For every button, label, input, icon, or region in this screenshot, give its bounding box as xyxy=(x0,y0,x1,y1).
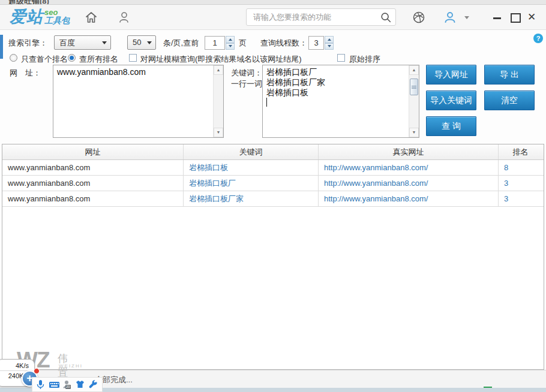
scroll-down-icon[interactable]: ▼ xyxy=(214,128,223,137)
threads-input[interactable]: 3 xyxy=(308,36,324,50)
dribbble-icon[interactable] xyxy=(412,10,426,26)
app-logo: 爱站 seo 工具包 xyxy=(10,8,70,26)
background-window-strip: 超级旺铺(8) xyxy=(0,0,546,5)
maximize-button[interactable] xyxy=(509,12,520,23)
engine-label: 搜索引擎： xyxy=(8,38,47,49)
import-urls-button[interactable]: 导入网址 xyxy=(426,65,476,85)
cell-real-url-link[interactable]: http://www.yanmianban8.com/ xyxy=(319,191,499,206)
skin-tshirt-icon[interactable] xyxy=(75,379,85,390)
cell-rank: 3 xyxy=(499,176,542,191)
logo-text: 爱站 xyxy=(10,8,43,26)
cell-rank: 3 xyxy=(499,191,542,206)
pagesize-value: 50 xyxy=(133,38,141,47)
contacts-icon[interactable] xyxy=(116,10,131,26)
checkbox-original-order[interactable] xyxy=(337,54,345,62)
header-rank: 排名 xyxy=(499,144,542,159)
background-window-title: 超级旺铺(8) xyxy=(8,0,49,5)
upload-speed: 4K/s xyxy=(0,362,29,371)
url-scrollbar[interactable]: ▲ ▼ xyxy=(213,65,223,137)
user-icon[interactable] xyxy=(443,10,457,26)
pages-up-icon[interactable] xyxy=(226,36,235,43)
cell-url: www.yanmianban8.com xyxy=(2,191,184,206)
keyboard-icon[interactable] xyxy=(49,379,59,390)
checkbox-original-order-label[interactable]: 原始排序 xyxy=(349,54,380,65)
ime-badge: 20 xyxy=(65,385,71,389)
cell-url: www.yanmianban8.com xyxy=(2,160,184,175)
keyword-label: 关键词： xyxy=(231,68,262,79)
search-input[interactable] xyxy=(252,10,375,25)
cell-real-url-link[interactable]: http://www.yanmianban8.com/ xyxy=(319,176,499,191)
header-real-url: 真实网址 xyxy=(319,144,499,159)
keywords-textarea[interactable]: 岩棉插口板厂 岩棉插口板厂家 岩棉插口板 xyxy=(262,65,419,138)
table-header-row: 网址 关键词 真实网址 排名 xyxy=(2,144,544,160)
background-accent xyxy=(0,35,3,59)
radio-all-ranks-label[interactable]: 查所有排名 xyxy=(79,54,118,65)
url-label: 网 址： xyxy=(10,68,41,79)
scrollbar-thumb[interactable] xyxy=(410,79,418,95)
scroll-down-icon[interactable]: ▼ xyxy=(409,128,419,137)
results-table: 网址 关键词 真实网址 排名 www.yanmianban8.com 岩棉插口板… xyxy=(2,144,544,370)
header-keyword: 关键词 xyxy=(184,144,319,159)
import-keywords-button[interactable]: 导入关键词 xyxy=(426,91,476,110)
cell-rank: 8 xyxy=(499,160,542,175)
close-button[interactable]: ✕ xyxy=(526,12,537,23)
cell-url: www.yanmianban8.com xyxy=(2,176,184,191)
watermark-sub: WEIZHI xyxy=(59,363,83,369)
pages-input[interactable]: 1 xyxy=(205,36,225,50)
scroll-up-icon[interactable]: ▲ xyxy=(214,65,223,75)
engine-select[interactable]: 百度 xyxy=(54,35,111,50)
threads-stepper: 3 xyxy=(308,36,334,50)
logo-sub-text: 工具包 xyxy=(44,16,70,25)
table-row: www.yanmianban8.com 岩棉插口板厂 http://www.ya… xyxy=(2,176,544,191)
url-textarea[interactable]: www.yanmianban8.com xyxy=(53,65,224,138)
threads-down-icon[interactable] xyxy=(325,43,334,50)
radio-all-ranks[interactable] xyxy=(68,54,76,62)
help-icon[interactable]: ? xyxy=(533,34,543,43)
table-row: www.yanmianban8.com 岩棉插口板 http://www.yan… xyxy=(2,160,544,176)
cell-keyword-link[interactable]: 岩棉插口板厂 xyxy=(184,176,319,191)
home-icon[interactable] xyxy=(84,10,98,26)
pages-stepper: 1 xyxy=(205,36,235,50)
microphone-icon[interactable] xyxy=(35,379,46,390)
ime-toolbar: 20 xyxy=(32,377,103,392)
table-row: www.yanmianban8.com 岩棉插口板厂家 http://www.y… xyxy=(2,191,544,207)
threads-label: 查询线程数： xyxy=(260,38,307,49)
chevron-down-icon xyxy=(147,41,152,44)
radio-first-rank-label[interactable]: 只查首个排名 xyxy=(21,54,68,65)
cell-keyword-link[interactable]: 岩棉插口板厂家 xyxy=(184,191,319,206)
checkbox-fuzzy-match-label[interactable]: 对网址模糊查询(即搜索结果域名以该网址结尾) xyxy=(140,54,302,65)
app-window: 超级旺铺(8) 爱站 seo 工具包 ✕ xyxy=(0,0,546,392)
wrench-icon[interactable] xyxy=(88,379,98,390)
minimize-button[interactable] xyxy=(492,12,503,23)
export-button[interactable]: 导 出 xyxy=(484,65,535,85)
keywords-scrollbar[interactable]: ▲ ▼ xyxy=(409,65,419,137)
text-cursor xyxy=(266,98,267,107)
radio-first-rank[interactable] xyxy=(10,54,17,62)
cell-real-url-link[interactable]: http://www.yanmianban8.com/ xyxy=(319,160,499,175)
clear-button[interactable]: 清空 xyxy=(484,91,535,110)
scroll-up-icon[interactable]: ▲ xyxy=(409,65,419,75)
ime-user-icon[interactable]: 20 xyxy=(62,379,72,390)
function-search-box xyxy=(246,8,396,26)
engine-value: 百度 xyxy=(59,38,75,47)
keyword-sublabel: 一行一词 xyxy=(231,79,262,89)
checkbox-fuzzy-match[interactable] xyxy=(129,54,137,62)
user-menu-caret-icon[interactable] xyxy=(464,16,469,19)
titlebar: 爱站 seo 工具包 ✕ xyxy=(0,5,546,30)
pages-unit-label: 页 xyxy=(239,38,247,49)
pagesize-select[interactable]: 50 xyxy=(127,35,156,50)
notification-dot xyxy=(34,368,40,374)
query-button[interactable]: 查 询 xyxy=(426,116,476,136)
threads-up-icon[interactable] xyxy=(325,36,334,43)
header-url: 网址 xyxy=(2,144,184,159)
cell-keyword-link[interactable]: 岩棉插口板 xyxy=(184,160,319,175)
search-icon[interactable] xyxy=(380,11,392,23)
per-page-label: 条/页,查前 xyxy=(163,38,199,49)
chevron-down-icon xyxy=(102,41,107,44)
pages-down-icon[interactable] xyxy=(226,43,235,50)
